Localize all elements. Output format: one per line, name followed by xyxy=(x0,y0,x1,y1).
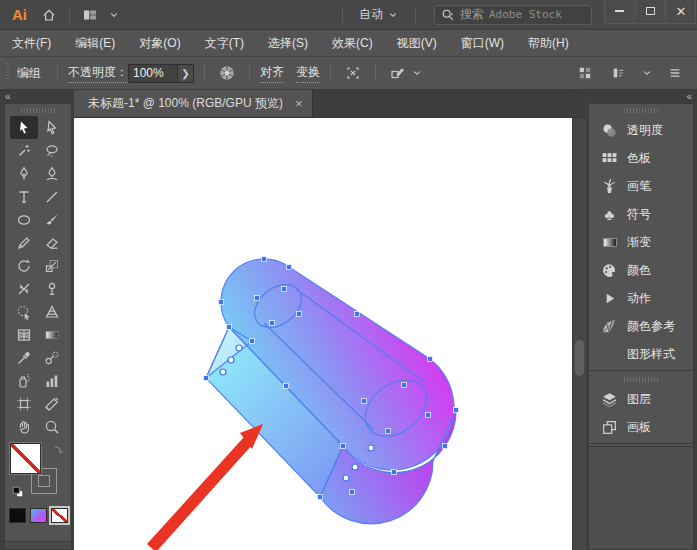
panel-button-transparency[interactable]: 透明度 xyxy=(589,116,693,144)
selection-tool[interactable] xyxy=(10,116,38,139)
panel-button-gradient[interactable]: 渐变 xyxy=(589,228,693,256)
line-segment-tool[interactable] xyxy=(38,185,66,208)
perspective-grid-tool[interactable] xyxy=(38,300,66,323)
scale-tool[interactable] xyxy=(38,254,66,277)
hand-tool[interactable] xyxy=(10,415,38,438)
panel-button-graphic-styles[interactable]: 图形样式 xyxy=(589,340,693,368)
app-logo: Ai xyxy=(0,6,37,23)
maximize-button[interactable] xyxy=(635,0,665,24)
recolor-artwork-icon[interactable] xyxy=(215,61,239,85)
artwork-object[interactable] xyxy=(74,118,572,550)
selection-type-label: 编组 xyxy=(17,65,41,82)
separator xyxy=(375,64,376,82)
chevron-down-icon[interactable] xyxy=(410,61,424,85)
menu-item-6[interactable]: 视图(V) xyxy=(397,35,437,52)
width-tool[interactable] xyxy=(10,277,38,300)
shape-builder-tool[interactable] xyxy=(10,300,38,323)
document-tab[interactable]: 未标题-1* @ 100% (RGB/GPU 预览) × xyxy=(74,90,313,117)
panel-drag-handle[interactable] xyxy=(624,375,658,384)
tab-close-icon[interactable]: × xyxy=(295,97,303,110)
artboard-tool[interactable] xyxy=(10,392,38,415)
align-button[interactable]: 对齐 xyxy=(260,64,284,83)
eyedropper-tool[interactable] xyxy=(10,346,38,369)
chevron-down-icon[interactable] xyxy=(641,61,653,85)
arrange-documents-icon[interactable] xyxy=(78,4,102,26)
menu-list-icon[interactable] xyxy=(663,61,687,85)
menu-item-2[interactable]: 对象(O) xyxy=(139,35,180,52)
swap-fill-stroke-icon[interactable] xyxy=(51,444,65,461)
column-graph-tool[interactable] xyxy=(38,369,66,392)
gradient-mode-button[interactable] xyxy=(30,508,47,523)
grid-view-icon[interactable] xyxy=(573,61,597,85)
draw-mode-strip[interactable] xyxy=(5,541,71,549)
panel-button-color[interactable]: 颜色 xyxy=(589,256,693,284)
separator xyxy=(204,64,205,82)
close-icon: ✕ xyxy=(676,5,687,18)
divider xyxy=(589,443,693,444)
panel-button-actions[interactable]: 动作 xyxy=(589,284,693,312)
pen-tool[interactable] xyxy=(10,162,38,185)
dock-options-icon[interactable] xyxy=(607,61,631,85)
gpu-mode-dropdown[interactable]: 自动 xyxy=(351,4,407,26)
home-icon[interactable] xyxy=(37,4,61,26)
menu-item-8[interactable]: 帮助(H) xyxy=(528,35,569,52)
fill-swatch[interactable] xyxy=(10,443,41,474)
ellipse-tool[interactable] xyxy=(10,208,38,231)
type-tool[interactable] xyxy=(10,185,38,208)
scrollbar-thumb[interactable] xyxy=(575,340,584,376)
magic-wand-tool[interactable] xyxy=(10,139,38,162)
panel-drag-handle[interactable] xyxy=(624,106,658,115)
swatches-icon xyxy=(601,150,618,167)
menu-item-5[interactable]: 效果(C) xyxy=(332,35,373,52)
menu-item-0[interactable]: 文件(F) xyxy=(12,35,51,52)
zoom-tool[interactable] xyxy=(38,415,66,438)
scrollbar-track[interactable] xyxy=(573,118,586,550)
gradient-tool[interactable] xyxy=(38,323,66,346)
default-fill-stroke-icon[interactable] xyxy=(11,485,25,502)
close-button[interactable]: ✕ xyxy=(666,0,696,24)
color-mode-button[interactable] xyxy=(9,508,26,523)
puppet-warp-tool[interactable] xyxy=(38,277,66,300)
pencil-tool[interactable] xyxy=(10,231,38,254)
eraser-tool[interactable] xyxy=(38,231,66,254)
panel-button-artboards[interactable]: 画板 xyxy=(589,413,693,441)
panel-dock-collapse-button[interactable]: « xyxy=(586,90,697,103)
panel-button-swatches[interactable]: 色板 xyxy=(589,144,693,172)
adobe-stock-search-input[interactable]: 搜索 Adobe Stock xyxy=(434,5,592,25)
minimize-button[interactable] xyxy=(604,0,634,24)
menu-item-4[interactable]: 选择(S) xyxy=(268,35,308,52)
fill-stroke-controls xyxy=(9,442,67,502)
panel-button-symbols[interactable]: ♣符号 xyxy=(589,200,693,228)
opacity-label[interactable]: 不透明度： xyxy=(68,64,128,83)
curvature-tool[interactable] xyxy=(38,162,66,185)
menu-item-1[interactable]: 编辑(E) xyxy=(75,35,115,52)
blend-tool[interactable] xyxy=(38,346,66,369)
type-icon xyxy=(16,189,32,205)
transform-button[interactable]: 变换 xyxy=(296,64,320,83)
isolate-object-icon[interactable] xyxy=(386,61,410,85)
panel-button-color-guide[interactable]: 颜色参考 xyxy=(589,312,693,340)
panel-label-graphic-styles: 图形样式 xyxy=(627,346,675,363)
panel-button-brushes[interactable]: 画笔 xyxy=(589,172,693,200)
menu-item-3[interactable]: 文字(T) xyxy=(205,35,244,52)
bounding-box-icon[interactable] xyxy=(341,61,365,85)
direct-selection-tool[interactable] xyxy=(38,116,66,139)
paintbrush-tool[interactable] xyxy=(38,208,66,231)
chevron-down-icon[interactable] xyxy=(102,4,126,26)
symbol-sprayer-tool[interactable] xyxy=(10,369,38,392)
none-mode-button[interactable] xyxy=(51,508,68,523)
opacity-dropdown-button[interactable]: ❯ xyxy=(178,64,194,83)
control-bar-grip[interactable] xyxy=(4,63,11,83)
lasso-tool[interactable] xyxy=(38,139,66,162)
canvas[interactable] xyxy=(74,118,572,550)
toolbar-drag-handle[interactable] xyxy=(21,106,55,115)
panel-button-layers[interactable]: 图层 xyxy=(589,385,693,413)
vertical-scrollbar[interactable] xyxy=(572,90,586,550)
opacity-input[interactable] xyxy=(128,64,178,83)
chevron-down-icon xyxy=(387,4,399,26)
menu-item-7[interactable]: 窗口(W) xyxy=(461,35,504,52)
mesh-tool[interactable] xyxy=(10,323,38,346)
slice-tool[interactable] xyxy=(38,392,66,415)
toolbar-collapse-button[interactable]: « xyxy=(0,90,74,103)
rotate-tool[interactable] xyxy=(10,254,38,277)
